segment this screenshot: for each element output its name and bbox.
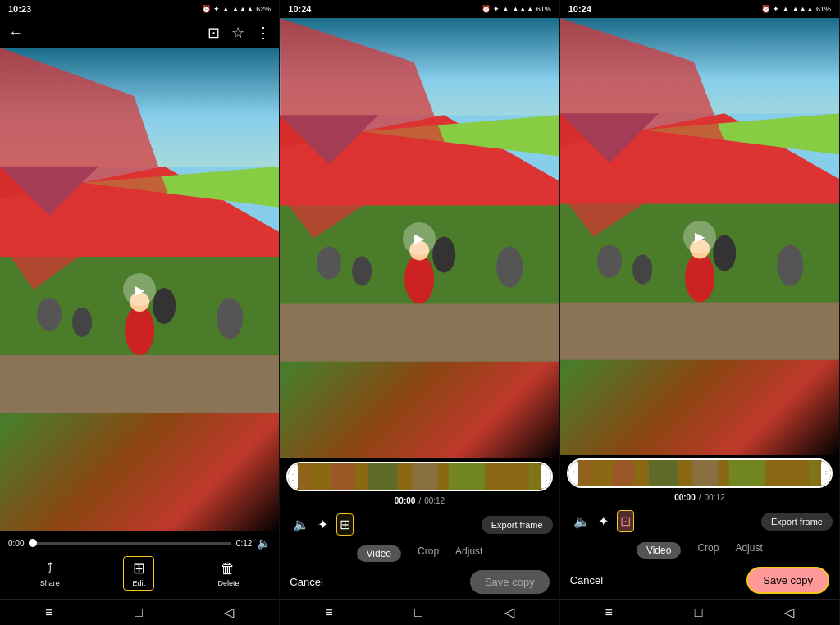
share-icon: ⤴ xyxy=(46,560,53,577)
timeline-dot-1[interactable] xyxy=(29,539,37,547)
svg-rect-12 xyxy=(0,355,279,413)
cancel-button-2[interactable]: Cancel xyxy=(290,576,322,588)
status-time-2: 10:24 xyxy=(288,4,311,14)
volume-icon-1[interactable]: 🔈 xyxy=(257,536,271,550)
tab-adjust-3[interactable]: Adjust xyxy=(735,542,762,559)
trim-handle-right-3[interactable] xyxy=(821,460,831,486)
bottom-action-bar-2: Cancel Save copy xyxy=(280,565,559,599)
svg-rect-27 xyxy=(332,463,354,490)
svg-rect-46 xyxy=(612,460,634,486)
battery-icon-2: 61% xyxy=(536,5,551,13)
menu-icon-3[interactable]: ≡ xyxy=(605,605,613,620)
svg-rect-25 xyxy=(280,304,559,362)
tool-icons-2: 🔈 ✦ ⊞ xyxy=(286,510,360,539)
wifi-icon-3: ▲ xyxy=(782,5,789,13)
frame-icon-2[interactable]: ⊞ xyxy=(336,513,354,536)
trim-track-svg-2 xyxy=(288,463,550,490)
time-total-3: 00:12 xyxy=(704,493,724,502)
save-copy-button-3[interactable]: Save copy xyxy=(746,567,829,594)
wand-icon-3[interactable]: ✦ xyxy=(598,513,609,529)
tabs-bar-2: Video Crop Adjust xyxy=(280,542,559,565)
more-icon[interactable]: ⋮ xyxy=(256,24,271,42)
svg-rect-30 xyxy=(449,463,485,490)
play-icon-1: ▶ xyxy=(135,282,144,298)
status-icons-2: ⏰ ✦ ▲ ▲▲▲ 61% xyxy=(482,5,551,13)
delete-action[interactable]: 🗑 Delete xyxy=(217,560,239,587)
volume-icon-tool-2[interactable]: 🔈 xyxy=(293,517,309,532)
svg-point-38 xyxy=(597,245,622,278)
tab-video-3[interactable]: Video xyxy=(637,542,681,559)
trim-handle-left-3[interactable] xyxy=(568,460,578,486)
video-area-2[interactable]: ▶ xyxy=(280,18,559,458)
time-total-2: 00:12 xyxy=(424,496,445,505)
cast-icon[interactable]: ⊡ xyxy=(208,24,220,42)
back-icon-2[interactable]: ◁ xyxy=(504,604,514,620)
play-button-1[interactable]: ▶ xyxy=(123,273,156,306)
bottom-controls-1: 0:00 0:12 🔈 ⤴ Share ⊞ Edit 🗑 Delete xyxy=(0,531,279,599)
status-icons-3: ⏰ ✦ ▲ ▲▲▲ 61% xyxy=(761,5,831,13)
menu-icon-1[interactable]: ≡ xyxy=(45,605,52,620)
edit-label: Edit xyxy=(132,579,145,587)
svg-point-41 xyxy=(777,245,803,286)
trim-track-2 xyxy=(288,463,550,490)
signal-icon-2: ▲▲▲ xyxy=(512,5,534,13)
svg-point-8 xyxy=(153,288,176,324)
trim-timeline-3[interactable] xyxy=(567,458,833,488)
share-action[interactable]: ⤴ Share xyxy=(40,560,60,587)
phone-panel-2: 10:24 ⏰ ✦ ▲ ▲▲▲ 61% xyxy=(280,0,559,625)
export-frame-button-2[interactable]: Export frame xyxy=(482,516,553,534)
svg-point-9 xyxy=(217,298,243,339)
trim-handle-right-2[interactable] xyxy=(541,463,551,490)
home-icon-3[interactable]: □ xyxy=(695,605,703,620)
svg-rect-44 xyxy=(560,303,839,360)
wand-icon-2[interactable]: ✦ xyxy=(317,517,328,532)
nav-bar-1: ≡ □ ◁ xyxy=(0,599,279,625)
frame-icon-3[interactable]: ⊡ xyxy=(617,510,634,532)
nav-bar-2: ≡ □ ◁ xyxy=(280,599,559,625)
play-button-3[interactable]: ▶ xyxy=(683,221,716,253)
svg-rect-49 xyxy=(728,460,765,486)
back-icon-1[interactable]: ◁ xyxy=(224,604,234,620)
tab-crop-2[interactable]: Crop xyxy=(418,545,439,562)
trim-handle-left-2[interactable] xyxy=(288,463,298,490)
edit-action[interactable]: ⊞ Edit xyxy=(123,556,154,591)
volume-icon-tool-3[interactable]: 🔈 xyxy=(573,513,590,529)
cancel-button-3[interactable]: Cancel xyxy=(570,574,603,586)
time-start-1: 0:00 xyxy=(8,539,24,548)
favorite-icon[interactable]: ☆ xyxy=(231,24,244,42)
tab-video-2[interactable]: Video xyxy=(357,545,401,562)
phone-panel-1: 10:23 ⏰ ✦ ▲ ▲▲▲ 62% ← ⊡ ☆ ⋮ xyxy=(0,0,280,625)
save-copy-button-2[interactable]: Save copy xyxy=(470,570,550,594)
video-area-1[interactable]: ▶ xyxy=(0,48,279,531)
trim-track-3 xyxy=(568,460,831,486)
svg-marker-37 xyxy=(560,113,659,162)
svg-rect-28 xyxy=(368,463,398,490)
svg-rect-47 xyxy=(649,460,678,486)
back-icon-3[interactable]: ◁ xyxy=(784,604,794,620)
trim-timeline-2[interactable] xyxy=(286,462,552,491)
wifi-icon: ▲ xyxy=(222,5,230,13)
export-frame-button-3[interactable]: Export frame xyxy=(761,513,833,531)
time-separator-2: / xyxy=(418,496,421,505)
bottom-action-bar-3: Cancel Save copy xyxy=(560,562,839,599)
play-button-2[interactable]: ▶ xyxy=(403,222,436,255)
video-area-3[interactable]: ▶ xyxy=(560,18,839,455)
svg-marker-5 xyxy=(0,167,98,216)
tab-crop-3[interactable]: Crop xyxy=(697,542,719,559)
home-icon-1[interactable]: □ xyxy=(135,605,143,620)
time-current-2: 00:00 xyxy=(395,496,416,505)
nav-icons-right-1: ⊡ ☆ ⋮ xyxy=(208,24,271,42)
svg-point-40 xyxy=(713,235,736,271)
svg-point-23 xyxy=(404,255,434,304)
timeline-track-1[interactable] xyxy=(29,542,231,545)
menu-icon-2[interactable]: ≡ xyxy=(325,605,332,620)
time-current-3: 00:00 xyxy=(674,493,696,502)
battery-icon-3: 61% xyxy=(816,5,831,13)
phone-panel-3: 10:24 ⏰ ✦ ▲ ▲▲▲ 61% xyxy=(560,0,840,625)
tab-adjust-2[interactable]: Adjust xyxy=(455,545,482,562)
status-bar-2: 10:24 ⏰ ✦ ▲ ▲▲▲ 61% xyxy=(280,0,559,18)
timeline-bar-1: 0:00 0:12 🔈 xyxy=(8,536,271,550)
back-button[interactable]: ← xyxy=(8,25,23,42)
svg-point-19 xyxy=(317,247,341,280)
home-icon-2[interactable]: □ xyxy=(414,605,422,620)
